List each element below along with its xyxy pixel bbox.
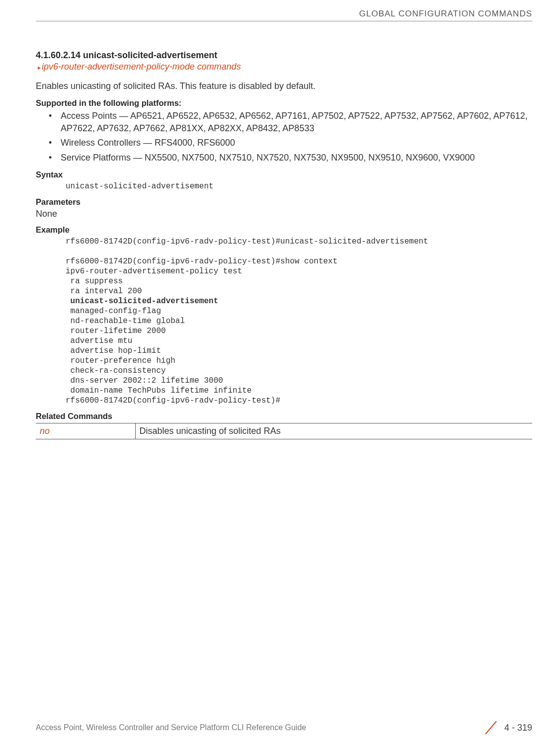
related-commands-table: no Disables unicasting of solicited RAs — [36, 423, 532, 439]
code-line — [66, 297, 71, 306]
page-number: 4 - 319 — [504, 723, 532, 733]
page-footer: Access Point, Wireless Controller and Se… — [36, 719, 532, 736]
related-heading: Related Commands — [36, 412, 532, 421]
code-line: ra suppress — [66, 277, 123, 286]
code-line: managed-config-flag — [66, 307, 161, 316]
footer-right: 4 - 319 — [482, 719, 532, 736]
table-row: no Disables unicasting of solicited RAs — [36, 423, 532, 439]
parameters-value: None — [36, 209, 532, 219]
section-subref: ▸ipv6-router-advertisement-policy-mode c… — [38, 62, 532, 72]
svg-line-0 — [485, 721, 496, 734]
footer-guide-title: Access Point, Wireless Controller and Se… — [36, 723, 306, 732]
code-line: router-lifetime 2000 — [66, 327, 166, 335]
section-description: Enables unicasting of solicited RAs. Thi… — [36, 81, 532, 91]
example-code: rfs6000-81742D(config-ipv6-radv-policy-t… — [66, 237, 532, 406]
slash-icon — [482, 719, 499, 736]
list-item: Service Platforms — NX5500, NX7500, NX75… — [61, 152, 532, 164]
page: GLOBAL CONFIGURATION COMMANDS 4.1.60.2.1… — [0, 0, 560, 753]
parameters-heading: Parameters — [36, 197, 532, 207]
code-line: rfs6000-81742D(config-ipv6-radv-policy-t… — [66, 237, 428, 246]
subref-text: ipv6-router-advertisement-policy-mode co… — [42, 62, 241, 72]
code-line: rfs6000-81742D(config-ipv6-radv-policy-t… — [66, 257, 337, 266]
example-heading: Example — [36, 225, 532, 235]
related-desc: Disables unicasting of solicited RAs — [135, 423, 532, 439]
code-line: rfs6000-81742D(config-ipv6-radv-policy-t… — [66, 396, 280, 405]
platforms-heading: Supported in the following platforms: — [36, 98, 532, 108]
platforms-list: Access Points — AP6521, AP6522, AP6532, … — [36, 110, 532, 164]
list-item: Wireless Controllers — RFS4000, RFS6000 — [61, 137, 532, 149]
code-line: advertise hop-limit — [66, 346, 161, 355]
code-line: domain-name TechPubs lifetime infinite — [66, 386, 251, 395]
code-line: nd-reachable-time global — [66, 317, 185, 326]
code-line: ra interval 200 — [66, 287, 142, 296]
section-heading: 4.1.60.2.14 unicast-solicited-advertisem… — [36, 50, 532, 61]
code-line: ipv6-router-advertisement-policy test — [66, 267, 242, 276]
code-line: dns-server 2002::2 lifetime 3000 — [66, 376, 223, 385]
code-line: check-ra-consistency — [66, 366, 166, 375]
arrow-right-icon: ▸ — [38, 64, 41, 71]
syntax-heading: Syntax — [36, 170, 532, 179]
list-item: Access Points — AP6521, AP6522, AP6532, … — [61, 110, 532, 135]
code-line: advertise mtu — [66, 336, 132, 345]
related-cmd: no — [36, 423, 135, 439]
syntax-code: unicast-solicited-advertisement — [66, 181, 532, 191]
code-line: router-preference high — [66, 356, 175, 365]
chapter-header: GLOBAL CONFIGURATION COMMANDS — [36, 9, 532, 21]
code-line-highlight: unicast-solicited-advertisement — [71, 297, 219, 306]
